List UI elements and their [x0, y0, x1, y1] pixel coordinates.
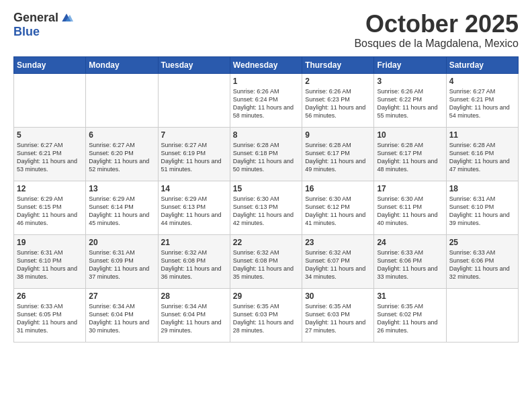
- calendar-table: Sunday Monday Tuesday Wednesday Thursday…: [13, 56, 519, 342]
- day-number: 28: [161, 291, 227, 301]
- day-detail: Sunrise: 6:27 AMSunset: 6:21 PMDaylight:…: [17, 141, 83, 174]
- logo: General Blue: [13, 11, 73, 39]
- day-number: 3: [377, 77, 443, 86]
- table-row: 30 Sunrise: 6:35 AMSunset: 6:03 PMDaylig…: [302, 288, 374, 342]
- day-detail: Sunrise: 6:35 AMSunset: 6:03 PMDaylight:…: [233, 302, 299, 335]
- day-detail: Sunrise: 6:31 AMSunset: 6:10 PMDaylight:…: [17, 248, 83, 281]
- table-row: 9 Sunrise: 6:28 AMSunset: 6:17 PMDayligh…: [302, 127, 374, 181]
- table-row: 25 Sunrise: 6:33 AMSunset: 6:06 PMDaylig…: [446, 234, 518, 288]
- table-row: 3 Sunrise: 6:26 AMSunset: 6:22 PMDayligh…: [374, 73, 446, 127]
- day-number: 15: [233, 184, 299, 193]
- day-number: 7: [161, 130, 227, 140]
- day-number: 24: [377, 238, 443, 247]
- table-row: 29 Sunrise: 6:35 AMSunset: 6:03 PMDaylig…: [230, 288, 302, 342]
- day-detail: Sunrise: 6:29 AMSunset: 6:14 PMDaylight:…: [89, 195, 154, 228]
- day-number: 17: [377, 184, 443, 193]
- logo-general-text: General: [13, 11, 58, 25]
- day-number: 4: [449, 77, 515, 86]
- table-row: 11 Sunrise: 6:28 AMSunset: 6:16 PMDaylig…: [446, 127, 518, 181]
- header: General Blue October 2025 Bosques de la …: [13, 11, 519, 50]
- day-number: 29: [233, 291, 299, 301]
- day-detail: Sunrise: 6:35 AMSunset: 6:03 PMDaylight:…: [305, 302, 371, 335]
- month-title: October 2025: [354, 11, 519, 38]
- logo-blue-text: Blue: [13, 25, 40, 39]
- table-row: 5 Sunrise: 6:27 AMSunset: 6:21 PMDayligh…: [14, 127, 86, 181]
- table-row: [158, 73, 230, 127]
- day-number: 9: [305, 130, 371, 140]
- day-detail: Sunrise: 6:26 AMSunset: 6:22 PMDaylight:…: [377, 87, 443, 120]
- table-row: 6 Sunrise: 6:27 AMSunset: 6:20 PMDayligh…: [86, 127, 158, 181]
- table-row: 7 Sunrise: 6:27 AMSunset: 6:19 PMDayligh…: [158, 127, 230, 181]
- day-detail: Sunrise: 6:31 AMSunset: 6:09 PMDaylight:…: [89, 248, 154, 281]
- day-detail: Sunrise: 6:32 AMSunset: 6:08 PMDaylight:…: [161, 248, 227, 281]
- table-row: 19 Sunrise: 6:31 AMSunset: 6:10 PMDaylig…: [14, 234, 86, 288]
- col-monday: Monday: [86, 56, 158, 73]
- location-title: Bosques de la Magdalena, Mexico: [354, 38, 519, 50]
- logo-icon: [60, 11, 73, 25]
- table-row: 27 Sunrise: 6:34 AMSunset: 6:04 PMDaylig…: [86, 288, 158, 342]
- table-row: 1 Sunrise: 6:26 AMSunset: 6:24 PMDayligh…: [230, 73, 302, 127]
- day-number: 8: [233, 130, 299, 140]
- calendar-week-1: 1 Sunrise: 6:26 AMSunset: 6:24 PMDayligh…: [14, 73, 519, 127]
- day-detail: Sunrise: 6:27 AMSunset: 6:20 PMDaylight:…: [89, 141, 154, 174]
- day-detail: Sunrise: 6:33 AMSunset: 6:06 PMDaylight:…: [449, 248, 515, 281]
- day-detail: Sunrise: 6:28 AMSunset: 6:18 PMDaylight:…: [233, 141, 299, 174]
- day-detail: Sunrise: 6:30 AMSunset: 6:11 PMDaylight:…: [377, 195, 443, 228]
- day-number: 25: [449, 238, 515, 247]
- table-row: 15 Sunrise: 6:30 AMSunset: 6:13 PMDaylig…: [230, 181, 302, 234]
- day-number: 27: [89, 291, 154, 301]
- table-row: [86, 73, 158, 127]
- day-number: 6: [89, 130, 154, 140]
- table-row: [14, 73, 86, 127]
- day-detail: Sunrise: 6:28 AMSunset: 6:17 PMDaylight:…: [377, 141, 443, 174]
- calendar-week-4: 19 Sunrise: 6:31 AMSunset: 6:10 PMDaylig…: [14, 234, 519, 288]
- day-detail: Sunrise: 6:33 AMSunset: 6:06 PMDaylight:…: [377, 248, 443, 281]
- day-number: 11: [449, 130, 515, 140]
- day-detail: Sunrise: 6:29 AMSunset: 6:13 PMDaylight:…: [161, 195, 227, 228]
- day-number: 18: [449, 184, 515, 193]
- table-row: 23 Sunrise: 6:32 AMSunset: 6:07 PMDaylig…: [302, 234, 374, 288]
- table-row: [446, 288, 518, 342]
- calendar-week-3: 12 Sunrise: 6:29 AMSunset: 6:15 PMDaylig…: [14, 181, 519, 234]
- day-number: 5: [17, 130, 83, 140]
- day-number: 12: [17, 184, 83, 193]
- day-number: 22: [233, 238, 299, 247]
- day-detail: Sunrise: 6:29 AMSunset: 6:15 PMDaylight:…: [17, 195, 83, 228]
- day-detail: Sunrise: 6:35 AMSunset: 6:02 PMDaylight:…: [377, 302, 443, 335]
- day-detail: Sunrise: 6:32 AMSunset: 6:07 PMDaylight:…: [305, 248, 371, 281]
- day-detail: Sunrise: 6:27 AMSunset: 6:19 PMDaylight:…: [161, 141, 227, 174]
- table-row: 8 Sunrise: 6:28 AMSunset: 6:18 PMDayligh…: [230, 127, 302, 181]
- title-section: October 2025 Bosques de la Magdalena, Me…: [354, 11, 519, 50]
- table-row: 21 Sunrise: 6:32 AMSunset: 6:08 PMDaylig…: [158, 234, 230, 288]
- day-detail: Sunrise: 6:34 AMSunset: 6:04 PMDaylight:…: [89, 302, 154, 335]
- day-number: 13: [89, 184, 154, 193]
- day-number: 14: [161, 184, 227, 193]
- table-row: 31 Sunrise: 6:35 AMSunset: 6:02 PMDaylig…: [374, 288, 446, 342]
- day-detail: Sunrise: 6:31 AMSunset: 6:10 PMDaylight:…: [449, 195, 515, 228]
- table-row: 20 Sunrise: 6:31 AMSunset: 6:09 PMDaylig…: [86, 234, 158, 288]
- day-number: 26: [17, 291, 83, 301]
- table-row: 24 Sunrise: 6:33 AMSunset: 6:06 PMDaylig…: [374, 234, 446, 288]
- day-number: 30: [305, 291, 371, 301]
- day-number: 10: [377, 130, 443, 140]
- table-row: 22 Sunrise: 6:32 AMSunset: 6:08 PMDaylig…: [230, 234, 302, 288]
- day-number: 21: [161, 238, 227, 247]
- day-detail: Sunrise: 6:27 AMSunset: 6:21 PMDaylight:…: [449, 87, 515, 120]
- table-row: 13 Sunrise: 6:29 AMSunset: 6:14 PMDaylig…: [86, 181, 158, 234]
- calendar-week-5: 26 Sunrise: 6:33 AMSunset: 6:05 PMDaylig…: [14, 288, 519, 342]
- day-number: 2: [305, 77, 371, 86]
- table-row: 12 Sunrise: 6:29 AMSunset: 6:15 PMDaylig…: [14, 181, 86, 234]
- table-row: 2 Sunrise: 6:26 AMSunset: 6:23 PMDayligh…: [302, 73, 374, 127]
- table-row: 4 Sunrise: 6:27 AMSunset: 6:21 PMDayligh…: [446, 73, 518, 127]
- col-saturday: Saturday: [446, 56, 518, 73]
- day-number: 1: [233, 77, 299, 86]
- day-detail: Sunrise: 6:28 AMSunset: 6:17 PMDaylight:…: [305, 141, 371, 174]
- col-friday: Friday: [374, 56, 446, 73]
- day-number: 31: [377, 291, 443, 301]
- page: General Blue October 2025 Bosques de la …: [0, 0, 532, 411]
- table-row: 18 Sunrise: 6:31 AMSunset: 6:10 PMDaylig…: [446, 181, 518, 234]
- day-detail: Sunrise: 6:33 AMSunset: 6:05 PMDaylight:…: [17, 302, 83, 335]
- day-detail: Sunrise: 6:28 AMSunset: 6:16 PMDaylight:…: [449, 141, 515, 174]
- calendar-week-2: 5 Sunrise: 6:27 AMSunset: 6:21 PMDayligh…: [14, 127, 519, 181]
- day-number: 16: [305, 184, 371, 193]
